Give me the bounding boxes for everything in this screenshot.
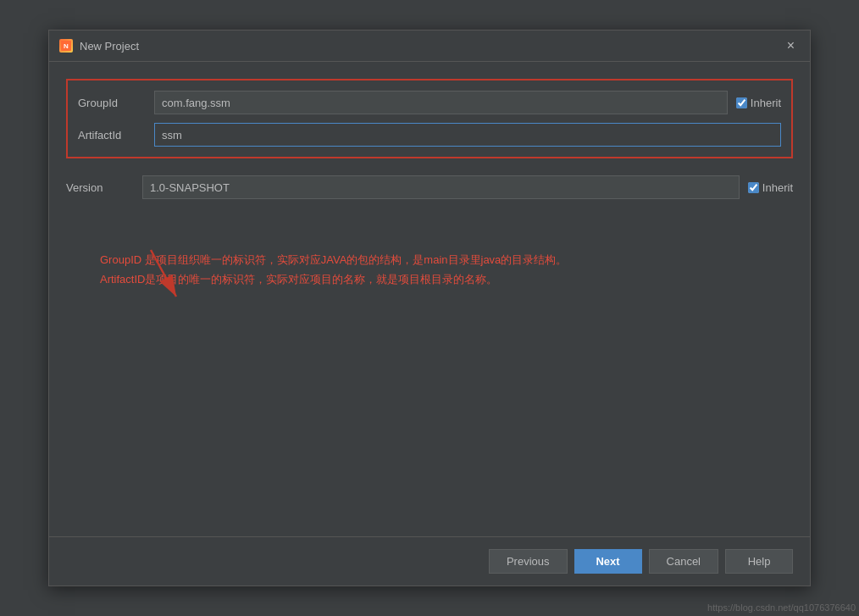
new-project-dialog: N New Project × GroupId Inherit Artifact…	[48, 30, 811, 586]
artifactid-label: ArtifactId	[78, 129, 154, 142]
svg-line-3	[151, 250, 176, 297]
annotation-text-block: GroupID 是项目组织唯一的标识符，实际对应JAVA的包的结构，是main目…	[100, 250, 793, 290]
artifactid-input[interactable]	[154, 123, 781, 147]
dialog-app-icon: N	[59, 39, 73, 53]
groupid-inherit-label: Inherit	[751, 97, 781, 109]
artifactid-row: ArtifactId	[78, 123, 781, 147]
version-label: Version	[66, 181, 142, 194]
previous-button[interactable]: Previous	[489, 549, 568, 574]
groupid-row: GroupId Inherit	[78, 91, 781, 114]
dialog-title: New Project	[80, 40, 139, 53]
version-input[interactable]	[142, 175, 740, 199]
svg-text:N: N	[64, 42, 69, 50]
groupid-label: GroupId	[78, 97, 154, 109]
dialog-footer: Previous Next Cancel Help	[49, 536, 810, 585]
version-inherit-checkbox-label[interactable]: Inherit	[748, 181, 793, 194]
version-inherit-checkbox[interactable]	[748, 182, 759, 193]
annotation-line2: ArtifactID是项目的唯一的标识符，实际对应项目的名称，就是项目根目录的名…	[100, 269, 793, 289]
red-arrow-icon	[134, 241, 202, 309]
version-inherit-label: Inherit	[762, 181, 793, 194]
groupid-inherit-checkbox-label[interactable]: Inherit	[736, 97, 781, 109]
next-button[interactable]: Next	[574, 549, 642, 574]
help-button[interactable]: Help	[725, 549, 793, 574]
close-button[interactable]: ×	[782, 37, 800, 54]
form-section: GroupId Inherit ArtifactId	[66, 79, 793, 158]
groupid-input[interactable]	[154, 91, 728, 114]
annotation-area: GroupID 是项目组织唯一的标识符，实际对应JAVA的包的结构，是main目…	[83, 250, 793, 290]
dialog-content: GroupId Inherit ArtifactId Version Inher…	[49, 62, 810, 536]
cancel-button[interactable]: Cancel	[649, 549, 718, 574]
groupid-inherit-checkbox[interactable]	[736, 97, 747, 108]
watermark: https://blog.csdn.net/qq1076376640	[707, 602, 856, 613]
dialog-titlebar: N New Project ×	[49, 31, 810, 62]
dialog-title-left: N New Project	[59, 39, 139, 53]
annotation-line1: GroupID 是项目组织唯一的标识符，实际对应JAVA的包的结构，是main目…	[100, 250, 793, 269]
version-row: Version Inherit	[66, 175, 793, 199]
